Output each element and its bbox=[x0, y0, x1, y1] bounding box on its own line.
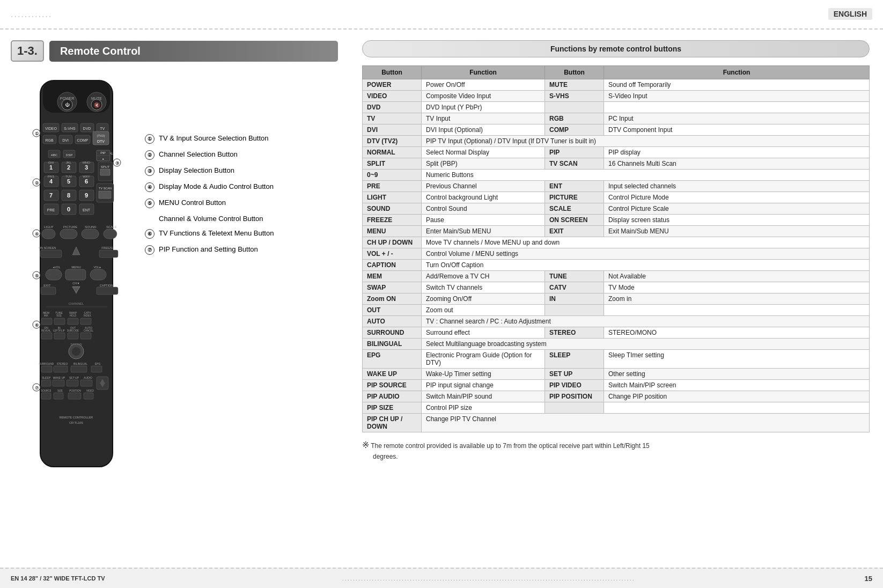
annotation-6: ⑥ TV Functions & Teletext Menu Button bbox=[145, 229, 274, 239]
table-row: EPGElectronic Program Guide (Option for … bbox=[363, 350, 870, 369]
cell-btn1: FREEZE bbox=[363, 215, 422, 226]
cell-func1: Zooming On/Off bbox=[422, 293, 545, 305]
cell-btn2: CATV bbox=[545, 282, 604, 293]
cell-btn1: POWER bbox=[363, 79, 422, 91]
svg-rect-110 bbox=[68, 318, 78, 325]
cell-func1: Zoom out bbox=[422, 305, 545, 316]
svg-text:DVI: DVI bbox=[62, 138, 69, 142]
svg-text:SPLIT: SPLIT bbox=[101, 165, 110, 168]
svg-rect-132 bbox=[54, 366, 68, 372]
cell-func-span: PIP TV Input (Optional) / DTV Input (If … bbox=[422, 136, 870, 147]
svg-text:SCALE: SCALE bbox=[106, 225, 117, 229]
table-row: MENUEnter Main/Sub MENUEXITExit Main/Sub… bbox=[363, 226, 870, 237]
svg-text:SUBCODE: SUBCODE bbox=[67, 329, 79, 332]
svg-rect-83 bbox=[99, 250, 118, 258]
footnote: ※ The remote control provided is availab… bbox=[362, 439, 870, 461]
svg-text:④: ④ bbox=[35, 232, 39, 237]
svg-text:CHANNEL: CHANNEL bbox=[69, 302, 84, 305]
cell-btn2: ON SCREEN bbox=[545, 215, 604, 226]
cell-func1: Electronic Program Guide (Option for DTV… bbox=[422, 350, 545, 369]
cell-func1: DVD Input (Y PbPr) bbox=[422, 102, 545, 113]
table-header-row: Button Function Button Function bbox=[363, 66, 870, 79]
bottom-bar: EN 14 28" / 32" WIDE TFT-LCD TV ........… bbox=[0, 568, 883, 588]
svg-text:EPG: EPG bbox=[95, 362, 101, 365]
ann-circle-2: ② bbox=[145, 150, 154, 160]
cell-btn1: PIP AUDIO bbox=[363, 391, 422, 402]
table-row: SWAPSwitch TV channelsCATVTV Mode bbox=[363, 282, 870, 293]
svg-text:LEFT/FLIP: LEFT/FLIP bbox=[53, 329, 65, 332]
svg-text:REVEAL: REVEAL bbox=[41, 329, 51, 332]
svg-text:LIGHT: LIGHT bbox=[44, 225, 54, 229]
cell-btn1: DVD bbox=[363, 102, 422, 113]
cell-func1: Control Sound bbox=[422, 203, 545, 215]
svg-text:ON SCREEN: ON SCREEN bbox=[39, 246, 56, 249]
cell-func2: PIP display bbox=[604, 147, 870, 158]
cell-btn2: EXIT bbox=[545, 226, 604, 237]
section-number: 1-3. bbox=[11, 40, 44, 62]
cell-btn2: SLEEP bbox=[545, 350, 604, 369]
cell-func2: Change PIP position bbox=[604, 391, 870, 402]
svg-rect-97 bbox=[97, 287, 118, 295]
svg-text:CAPTION: CAPTION bbox=[100, 284, 113, 287]
bottom-left-text: EN 14 28" / 32" WIDE TFT-LCD TV bbox=[11, 575, 105, 582]
svg-text:SIZE: SIZE bbox=[56, 314, 62, 317]
svg-rect-134 bbox=[91, 366, 102, 372]
cell-func1: Select Normal Display bbox=[422, 147, 545, 158]
cell-btn1: NORMAL bbox=[363, 147, 422, 158]
svg-rect-89 bbox=[65, 269, 86, 280]
svg-rect-76 bbox=[42, 229, 55, 239]
cell-btn2 bbox=[545, 402, 604, 414]
cell-btn2: STEREO bbox=[545, 327, 604, 339]
cell-func1: Control PIP size bbox=[422, 402, 545, 414]
table-body: POWERPower On/OffMUTESound off Temporari… bbox=[363, 79, 870, 432]
annotation-5: ⑤ MENU Control Button bbox=[145, 199, 274, 208]
english-label: ENGLISH bbox=[828, 8, 872, 20]
cell-btn1: PIP SOURCE bbox=[363, 380, 422, 391]
svg-rect-109 bbox=[54, 318, 65, 325]
svg-text:SURROUND: SURROUND bbox=[39, 362, 54, 365]
svg-text:POSITION: POSITION bbox=[69, 389, 81, 392]
svg-text:4: 4 bbox=[49, 178, 53, 185]
col-header-func1: Function bbox=[422, 66, 545, 79]
cell-btn1: SWAP bbox=[363, 282, 422, 293]
top-dots: ............ bbox=[11, 10, 52, 19]
cell-btn1: LIGHT bbox=[363, 192, 422, 203]
cell-func-span: Turn On/Off Caption bbox=[422, 260, 870, 271]
svg-text:STEREO: STEREO bbox=[57, 362, 68, 365]
cell-func2: Not Available bbox=[604, 271, 870, 282]
svg-text:8: 8 bbox=[67, 192, 70, 199]
cell-btn2: TV SCAN bbox=[545, 158, 604, 170]
svg-rect-151 bbox=[41, 393, 51, 399]
svg-text:WAKE UP: WAKE UP bbox=[53, 376, 66, 379]
cell-func2: STEREO/MONO bbox=[604, 327, 870, 339]
svg-text:SLEEP: SLEEP bbox=[42, 376, 51, 379]
svg-rect-88 bbox=[46, 269, 62, 280]
cell-btn: VOL + / - bbox=[363, 248, 422, 260]
cell-func2: TV Mode bbox=[604, 282, 870, 293]
svg-rect-143 bbox=[80, 380, 92, 386]
svg-text:WXY: WXY bbox=[83, 175, 90, 178]
cell-btn1: Zoom ON bbox=[363, 293, 422, 305]
cell-btn: 0~9 bbox=[363, 170, 422, 181]
svg-text:⑦: ⑦ bbox=[35, 386, 39, 391]
cell-btn: BILINGUAL bbox=[363, 339, 422, 350]
ann-text-4: Display Mode & Audio Control Button bbox=[159, 182, 274, 190]
svg-text:1: 1 bbox=[49, 164, 53, 171]
section-header: 1-3. Remote Control bbox=[11, 40, 338, 62]
svg-rect-133 bbox=[71, 366, 87, 372]
ann-text-3: Display Selection Button bbox=[159, 166, 234, 174]
svg-rect-142 bbox=[67, 380, 78, 386]
table-row: DVDDVD Input (Y PbPr) bbox=[363, 102, 870, 113]
cell-btn2: SCALE bbox=[545, 203, 604, 215]
table-row: PIP SIZEControl PIP size bbox=[363, 402, 870, 414]
cell-func-span: Select Multilanguage broadcasting system bbox=[422, 339, 870, 350]
cell-func2: Switch Main/PIP screen bbox=[604, 380, 870, 391]
cell-btn: DTV (TV2) bbox=[363, 136, 422, 147]
cell-func-span: Numeric Buttons bbox=[422, 170, 870, 181]
svg-text:MENU: MENU bbox=[71, 266, 81, 269]
cell-func1: Add/Remove a TV CH bbox=[422, 271, 545, 282]
ann-circle-5: ⑤ bbox=[145, 199, 154, 208]
svg-text:③: ③ bbox=[115, 161, 119, 166]
svg-rect-79 bbox=[104, 229, 117, 239]
table-row: MEMAdd/Remove a TV CHTUNENot Available bbox=[363, 271, 870, 282]
